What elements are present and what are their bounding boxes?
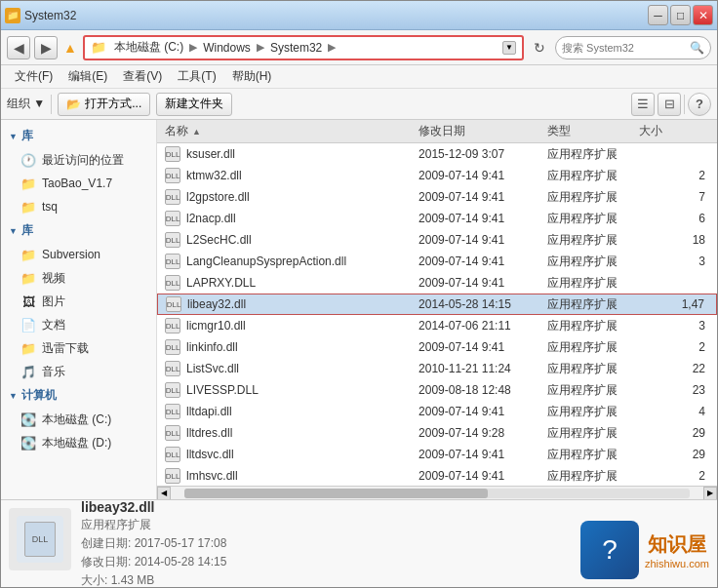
file-icon: DLL	[165, 361, 180, 376]
table-row[interactable]: DLL l2nacp.dll 2009-07-14 9:41 应用程序扩展 6	[157, 208, 717, 229]
file-list[interactable]: DLL ksuser.dll 2015-12-09 3:07 应用程序扩展 DL…	[157, 143, 717, 486]
watermark-subtext: zhishiwu.com	[645, 558, 709, 569]
bottom-modified: 修改日期: 2014-05-28 14:15	[81, 554, 226, 570]
menu-edit[interactable]: 编辑(E)	[60, 66, 115, 87]
search-input[interactable]	[562, 42, 686, 54]
file-date: 2014-05-28 14:15	[419, 297, 546, 311]
table-row[interactable]: DLL ktmw32.dll 2009-07-14 9:41 应用程序扩展 2	[157, 165, 717, 186]
refresh-button[interactable]: ↻	[528, 36, 551, 59]
sidebar-item-documents[interactable]: 📄 文档	[1, 313, 156, 336]
sidebar-item-local-d[interactable]: 💽 本地磁盘 (D:)	[1, 431, 156, 454]
close-button[interactable]: ✕	[693, 5, 713, 25]
file-date: 2009-07-14 9:41	[419, 448, 547, 461]
file-size: 3	[639, 319, 713, 333]
menu-tools[interactable]: 工具(T)	[170, 66, 223, 87]
col-header-size[interactable]: 大小	[639, 123, 713, 139]
address-part-system32[interactable]: System32	[266, 40, 326, 56]
sidebar-section-library[interactable]: ▼ 库	[1, 218, 156, 243]
favorites-arrow-icon: ▼	[9, 132, 18, 141]
up-arrow-icon: ▲	[63, 40, 77, 56]
table-row[interactable]: DLL lltdres.dll 2009-07-14 9:28 应用程序扩展 2…	[157, 422, 717, 444]
sidebar-item-music[interactable]: 🎵 音乐	[1, 360, 156, 383]
file-date: 2009-07-14 9:41	[419, 276, 547, 290]
table-row[interactable]: DLL lltdapi.dll 2009-07-14 9:41 应用程序扩展 4	[157, 401, 717, 422]
table-row[interactable]: DLL LangCleanupSysprepAction.dll 2009-07…	[157, 251, 717, 272]
sidebar-section-favorites[interactable]: ▼ 库	[1, 124, 156, 148]
address-part-local-disk[interactable]: 本地磁盘 (C:)	[110, 38, 187, 57]
search-bar[interactable]: 🔍	[555, 36, 711, 59]
sidebar-item-tsq[interactable]: 📁 tsq	[1, 195, 156, 218]
address-bar[interactable]: 📁 本地磁盘 (C:) ▶ Windows ▶ System32 ▶ ▼	[83, 35, 524, 60]
file-type: 应用程序扩展	[547, 254, 639, 270]
forward-button[interactable]: ▶	[34, 36, 58, 59]
col-header-type[interactable]: 类型	[547, 123, 639, 139]
horizontal-scrollbar[interactable]: ◀ ▶	[157, 486, 717, 499]
file-table-header: 名称 ▲ 修改日期 类型 大小	[157, 120, 717, 143]
sidebar-item-pictures[interactable]: 🖼 图片	[1, 290, 156, 313]
menu-file[interactable]: 文件(F)	[7, 66, 60, 87]
open-with-button[interactable]: 📂 打开方式...	[58, 93, 150, 116]
file-icon: DLL	[165, 468, 180, 484]
table-row[interactable]: DLL libeay32.dll 2014-05-28 14:15 应用程序扩展…	[157, 294, 717, 315]
address-dropdown-arrow[interactable]: ▼	[502, 41, 516, 55]
search-icon: 🔍	[690, 41, 704, 55]
sidebar-item-subversion[interactable]: 📁 Subversion	[1, 243, 156, 266]
table-row[interactable]: DLL lmhsvc.dll 2009-07-14 9:41 应用程序扩展 2	[157, 465, 717, 486]
view-list-button[interactable]: ☰	[631, 93, 655, 116]
file-date: 2009-07-14 9:41	[419, 340, 547, 354]
sidebar-item-video[interactable]: 📁 视频	[1, 266, 156, 290]
sidebar-item-taobao[interactable]: 📁 TaoBao_V1.7	[1, 172, 156, 195]
file-name-text: l2nacp.dll	[186, 212, 236, 225]
restore-button[interactable]: □	[670, 5, 691, 25]
table-row[interactable]: DLL ListSvc.dll 2010-11-21 11:24 应用程序扩展 …	[157, 358, 717, 379]
sidebar-item-local-c[interactable]: 💽 本地磁盘 (C:)	[1, 408, 156, 431]
file-icon: DLL	[165, 339, 180, 355]
file-type: 应用程序扩展	[547, 361, 639, 377]
address-part-windows[interactable]: Windows	[199, 40, 255, 56]
subversion-folder-icon: 📁	[20, 247, 36, 262]
sidebar-item-documents-label: 文档	[42, 317, 65, 333]
col-size-label: 大小	[639, 123, 662, 139]
h-scroll-thumb[interactable]	[184, 489, 488, 498]
file-size: 18	[639, 233, 713, 247]
table-row[interactable]: DLL l2gpstore.dll 2009-07-14 9:41 应用程序扩展…	[157, 186, 717, 208]
file-icon: DLL	[165, 275, 180, 291]
bottom-info: libeay32.dll 应用程序扩展 创建日期: 2017-05-17 17:…	[81, 508, 226, 579]
file-icon: DLL	[165, 318, 180, 333]
table-row[interactable]: DLL LAPRXY.DLL 2009-07-14 9:41 应用程序扩展	[157, 272, 717, 294]
pictures-icon: 🖼	[20, 294, 36, 309]
back-button[interactable]: ◀	[7, 36, 30, 59]
organize-button[interactable]: 组织 ▼	[7, 96, 45, 112]
view-detail-button[interactable]: ⊟	[658, 93, 681, 116]
sidebar-item-tsq-label: tsq	[42, 200, 58, 214]
table-row[interactable]: DLL linkinfo.dll 2009-07-14 9:41 应用程序扩展 …	[157, 336, 717, 358]
local-d-icon: 💽	[20, 435, 36, 451]
sidebar-item-pictures-label: 图片	[42, 294, 65, 310]
col-header-date[interactable]: 修改日期	[419, 123, 547, 139]
file-name-text: lltdsvc.dll	[186, 448, 234, 461]
menu-help[interactable]: 帮助(H)	[224, 66, 280, 87]
sidebar-item-recent[interactable]: 🕐 最近访问的位置	[1, 148, 156, 172]
file-date: 2009-07-14 9:41	[419, 233, 547, 247]
file-name-text: linkinfo.dll	[186, 340, 238, 354]
new-folder-button[interactable]: 新建文件夹	[156, 93, 232, 116]
h-scroll-left-btn[interactable]: ◀	[157, 487, 171, 500]
file-type: 应用程序扩展	[547, 189, 639, 206]
sidebar-section-computer[interactable]: ▼ 计算机	[1, 383, 156, 408]
sidebar-item-download[interactable]: 📁 迅雷下载	[1, 336, 156, 360]
table-row[interactable]: DLL ksuser.dll 2015-12-09 3:07 应用程序扩展	[157, 143, 717, 165]
table-row[interactable]: DLL licmgr10.dll 2014-07-06 21:11 应用程序扩展…	[157, 315, 717, 336]
col-header-name[interactable]: 名称 ▲	[161, 123, 419, 139]
menu-view[interactable]: 查看(V)	[115, 66, 170, 87]
table-row[interactable]: DLL L2SecHC.dll 2009-07-14 9:41 应用程序扩展 1…	[157, 229, 717, 251]
table-row[interactable]: DLL LIVESSP.DLL 2009-08-18 12:48 应用程序扩展 …	[157, 379, 717, 401]
help-button[interactable]: ?	[688, 93, 711, 116]
col-name-label: 名称	[165, 123, 188, 139]
file-size: 1,47	[638, 297, 712, 311]
file-size: 3	[639, 255, 713, 268]
file-type: 应用程序扩展	[547, 232, 639, 249]
h-scroll-right-btn[interactable]: ▶	[703, 487, 717, 500]
file-name-text: lltdapi.dll	[186, 405, 232, 418]
table-row[interactable]: DLL lltdsvc.dll 2009-07-14 9:41 应用程序扩展 2…	[157, 444, 717, 465]
minimize-button[interactable]: ─	[648, 5, 668, 25]
